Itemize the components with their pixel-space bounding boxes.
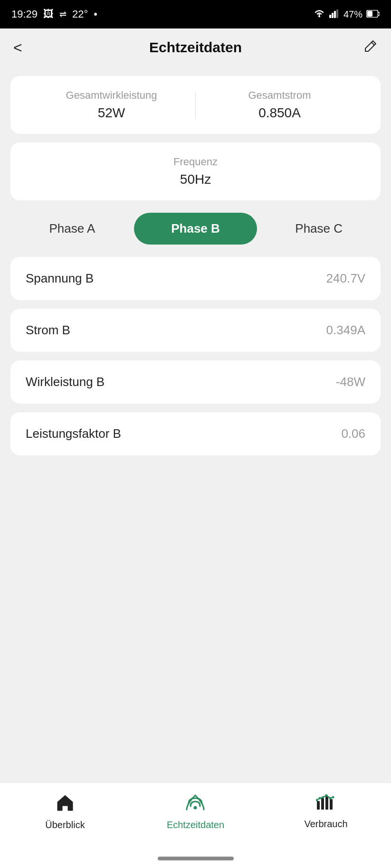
battery-text: 47% [343,9,362,20]
phase-tab-b[interactable]: Phase B [134,213,257,245]
page-title: Echtzeitdaten [149,39,242,56]
home-icon [56,793,75,816]
svg-point-16 [329,797,332,800]
wirkleistung-label: Wirkleistung B [26,375,105,389]
phase-tab-a[interactable]: Phase A [10,213,134,245]
battery-icon [366,9,380,20]
nav-item-consumption[interactable]: Verbrauch [297,793,354,830]
top-nav: < Echtzeitdaten [0,28,391,66]
nav-item-realtime[interactable]: Echtzeitdaten [167,793,224,830]
svg-rect-2 [332,13,334,18]
summary-col-power: Gesamtwirkleistung 52W [28,89,195,121]
svg-point-14 [322,796,324,799]
svg-rect-3 [334,11,336,18]
phase-tab-c[interactable]: Phase C [257,213,381,245]
back-button[interactable]: < [13,39,37,57]
nav-item-overview[interactable]: Überblick [37,793,94,830]
strom-value: 0.349A [326,323,365,338]
edit-button[interactable] [354,39,378,57]
summary-value-current: 0.850A [258,105,301,121]
status-dot: • [94,8,97,20]
status-arrow-icon: ⇌ [59,9,67,19]
bottom-nav: Überblick Echtzeitdaten [0,783,391,849]
home-bar-pill [158,857,234,860]
frequency-label: Frequenz [28,156,363,168]
svg-rect-6 [367,11,372,17]
phase-tabs: Phase A Phase B Phase C [10,209,381,248]
wifi-icon [313,9,325,20]
leistungsfaktor-label: Leistungsfaktor B [26,426,121,441]
status-left: 19:29 🖼 ⇌ 22° • [11,8,97,20]
svg-rect-10 [325,796,328,810]
summary-card: Gesamtwirkleistung 52W Gesamtstrom 0.850… [10,76,381,134]
frequency-card: Frequenz 50Hz [10,142,381,200]
realtime-icon [185,793,206,816]
home-bar [0,849,391,868]
data-row-leistungsfaktor: Leistungsfaktor B 0.06 [10,412,381,455]
svg-point-15 [325,794,328,797]
spannung-value: 240.7V [326,271,365,286]
svg-rect-9 [321,798,324,810]
summary-label-power: Gesamtwirkleistung [66,89,157,102]
signal-icon [329,9,340,20]
summary-label-current: Gesamtstrom [248,89,311,102]
data-row-wirkleistung: Wirkleistung B -48W [10,360,381,404]
strom-label: Strom B [26,323,70,338]
svg-point-13 [319,797,321,800]
svg-rect-11 [330,799,333,810]
frequency-value: 50Hz [28,172,363,187]
status-temp: 22° [72,8,88,20]
status-time: 19:29 [11,8,38,20]
svg-rect-8 [317,801,320,810]
leistungsfaktor-value: 0.06 [341,426,365,441]
data-row-spannung: Spannung B 240.7V [10,257,381,300]
summary-col-current: Gesamtstrom 0.850A [196,89,363,121]
svg-rect-4 [336,9,338,18]
status-bar: 19:29 🖼 ⇌ 22° • 47% [0,0,391,28]
status-right: 47% [313,9,380,20]
nav-label-realtime: Echtzeitdaten [167,820,224,830]
svg-point-0 [318,15,320,17]
nav-label-overview: Überblick [45,820,85,830]
chart-icon [316,793,336,815]
main-content: Gesamtwirkleistung 52W Gesamtstrom 0.850… [0,66,391,783]
svg-point-17 [332,796,334,799]
status-photo-icon: 🖼 [43,8,54,20]
summary-value-power: 52W [98,105,125,121]
svg-rect-1 [329,15,331,18]
svg-point-7 [194,806,197,810]
data-row-strom: Strom B 0.349A [10,309,381,352]
spannung-label: Spannung B [26,271,94,286]
content-spacer [10,464,381,773]
nav-label-consumption: Verbrauch [304,819,347,830]
wirkleistung-value: -48W [336,375,365,389]
